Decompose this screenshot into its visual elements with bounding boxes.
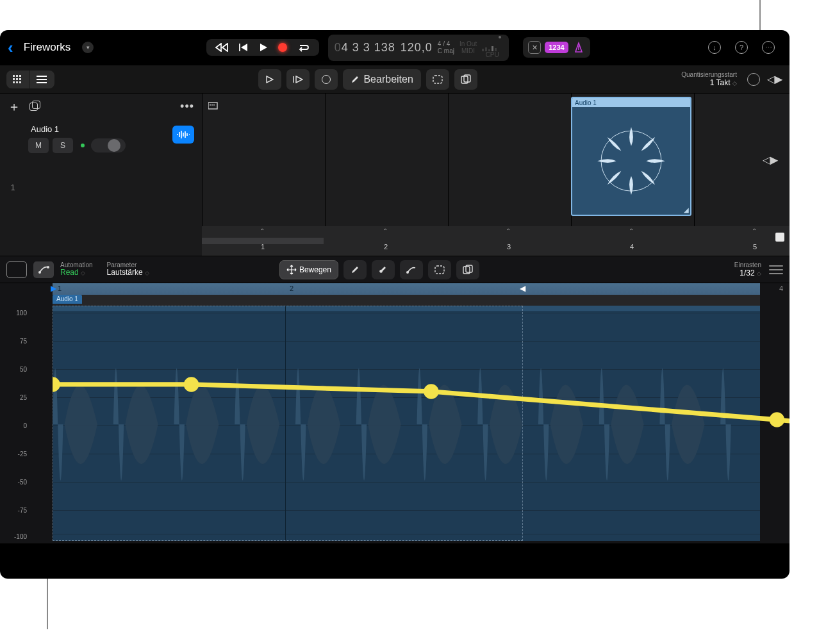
nudge-control[interactable]: ◁▶ xyxy=(766,73,783,85)
ruler-label-2: 2 xyxy=(290,285,293,292)
lcd-display[interactable]: 04 3 3 138 120,0 4 / 4 C maj In Out MIDI xyxy=(328,35,509,61)
automation-curve[interactable] xyxy=(53,306,790,541)
automation-editor: Automation Read ◇ Parameter Lautstärke ◇… xyxy=(0,256,790,543)
project-menu-button[interactable]: ▾ xyxy=(82,42,94,53)
move-icon xyxy=(286,265,297,275)
ruler-settings-icon[interactable] xyxy=(208,101,220,113)
preview-record-button[interactable] xyxy=(315,69,338,90)
track-icon[interactable] xyxy=(172,126,194,144)
clipboard-2-button[interactable] xyxy=(456,260,479,279)
track-area-toolbar: Bearbeiten Quantisierungsstart 1 Takt ◇ … xyxy=(0,65,790,94)
mini-ruler[interactable]: ⌃⌃⌃⌃⌃ 1 2 3 4 5 xyxy=(202,226,790,256)
solo-button[interactable]: S xyxy=(53,138,73,153)
curve-tool-button[interactable] xyxy=(400,260,423,279)
countoff-button[interactable]: 1234 xyxy=(545,42,568,53)
lcd-io-label: In Out xyxy=(459,40,477,47)
volume-slider[interactable] xyxy=(91,138,126,153)
svg-rect-20 xyxy=(435,266,444,274)
stop-marker[interactable] xyxy=(775,233,784,242)
input-level-indicator xyxy=(81,144,85,147)
app-window: ‹ Fireworks ▾ 04 3 3 138 120,0 4 / 4 C m… xyxy=(0,30,790,579)
svg-point-23 xyxy=(53,377,60,392)
snap-label: Einrasten xyxy=(734,261,761,268)
top-bar: ‹ Fireworks ▾ 04 3 3 138 120,0 4 / 4 C m… xyxy=(0,30,790,65)
automation-curve-toggle[interactable] xyxy=(33,261,54,278)
region-name: Audio 1 xyxy=(572,98,690,107)
automation-mode-control[interactable]: Automation Read ◇ xyxy=(60,261,93,277)
parameter-value: Lautstärke xyxy=(107,268,143,277)
automation-parameter-control[interactable]: Parameter Lautstärke ◇ xyxy=(107,261,149,277)
disable-countoff-button[interactable]: ✕ xyxy=(528,41,541,54)
automation-clip-strip: Audio 1 xyxy=(53,295,760,306)
list-icon[interactable] xyxy=(769,265,783,274)
brush-tool-button[interactable] xyxy=(372,260,395,279)
resize-handle-icon[interactable]: ◢ xyxy=(684,206,689,213)
preview-play-from-button[interactable] xyxy=(286,69,310,90)
svg-rect-8 xyxy=(19,81,21,83)
record-enable-ring[interactable] xyxy=(747,73,760,86)
download-icon[interactable]: ↓ xyxy=(707,40,722,54)
svg-point-24 xyxy=(184,377,199,392)
track-header-toolbar: ＋ ••• xyxy=(0,94,202,119)
ruler-label-far: 4 xyxy=(779,285,783,292)
move-tool-label: Bewegen xyxy=(299,265,331,274)
lcd-position: 4 3 3 138 xyxy=(342,41,395,54)
track-number: 1 xyxy=(0,119,26,256)
play-button[interactable] xyxy=(259,43,268,52)
mute-button[interactable]: M xyxy=(28,138,49,153)
add-track-button[interactable]: ＋ xyxy=(8,98,21,115)
y-axis: 100 75 50 25 0 -25 -50 -75 -100 xyxy=(0,306,53,541)
pencil-tool-button[interactable] xyxy=(343,260,367,279)
lcd-tempo: 120,0 xyxy=(401,41,433,54)
svg-rect-15 xyxy=(208,103,217,109)
clipboard-button[interactable] xyxy=(454,69,477,90)
locator-right-icon[interactable]: ◀ xyxy=(520,284,525,293)
record-button[interactable] xyxy=(278,43,287,52)
audio-region[interactable]: Audio 1 xyxy=(571,97,691,216)
lcd-cpu-label: CPU xyxy=(486,51,499,58)
playhead-icon[interactable]: ▶ xyxy=(51,284,56,293)
go-to-start-button[interactable] xyxy=(238,43,249,52)
ruler-label-1: 1 xyxy=(58,285,62,292)
track-row[interactable]: 1 Audio 1 M S xyxy=(0,119,202,256)
duplicate-track-button[interactable] xyxy=(29,101,41,112)
edit-mode-label: Bearbeiten xyxy=(363,74,413,85)
back-button[interactable]: ‹ xyxy=(6,38,15,58)
cycle-button[interactable] xyxy=(297,43,310,52)
timeline-nudge-control[interactable]: ◁▶ xyxy=(763,154,778,166)
quantize-value: 1 Takt xyxy=(710,78,731,87)
automation-mode: Read xyxy=(60,268,79,277)
selection-tool-button[interactable] xyxy=(426,69,449,90)
automation-clip-name: Audio 1 xyxy=(53,295,82,304)
lcd-cpu-meter xyxy=(482,37,502,51)
automation-plot[interactable] xyxy=(53,306,760,541)
more-menu-icon[interactable]: ⋯ xyxy=(761,40,775,54)
snap-control[interactable]: Einrasten 1/32 ◇ xyxy=(734,261,761,277)
rewind-button[interactable] xyxy=(215,43,228,52)
move-tool-button[interactable]: Bewegen xyxy=(279,260,338,279)
grid-view-button[interactable] xyxy=(6,70,29,88)
automation-ruler[interactable]: ▶ 1 2 ◀ xyxy=(53,283,760,295)
selection-tool-2-button[interactable] xyxy=(428,260,451,279)
quantize-start-control[interactable]: Quantisierungsstart 1 Takt ◇ xyxy=(681,71,737,87)
editor-view-toggle[interactable] xyxy=(6,261,27,278)
project-name[interactable]: Fireworks xyxy=(24,41,71,54)
arrange-area: ＋ ••• 1 Audio 1 M S xyxy=(0,94,790,256)
mini-ruler-arrows: ⌃⌃⌃⌃⌃ xyxy=(202,227,790,236)
snap-value: 1/32 xyxy=(740,268,754,277)
track-header-more-button[interactable]: ••• xyxy=(180,100,194,113)
svg-point-25 xyxy=(424,384,438,399)
track-header-area: ＋ ••• 1 Audio 1 M S xyxy=(0,94,202,256)
help-icon[interactable]: ? xyxy=(734,40,748,54)
view-mode-segment xyxy=(6,70,54,88)
transport-group xyxy=(206,39,319,56)
region-body: ◢ xyxy=(572,107,690,215)
lcd-midi-label: MIDI xyxy=(461,47,475,54)
timeline-area[interactable]: Audio 1 xyxy=(202,94,790,256)
list-view-button[interactable] xyxy=(29,70,54,88)
svg-rect-7 xyxy=(16,81,18,83)
metronome-button[interactable] xyxy=(572,41,585,54)
edit-mode-button[interactable]: Bearbeiten xyxy=(343,69,420,90)
preview-play-button[interactable] xyxy=(258,69,281,90)
svg-rect-12 xyxy=(433,76,442,83)
